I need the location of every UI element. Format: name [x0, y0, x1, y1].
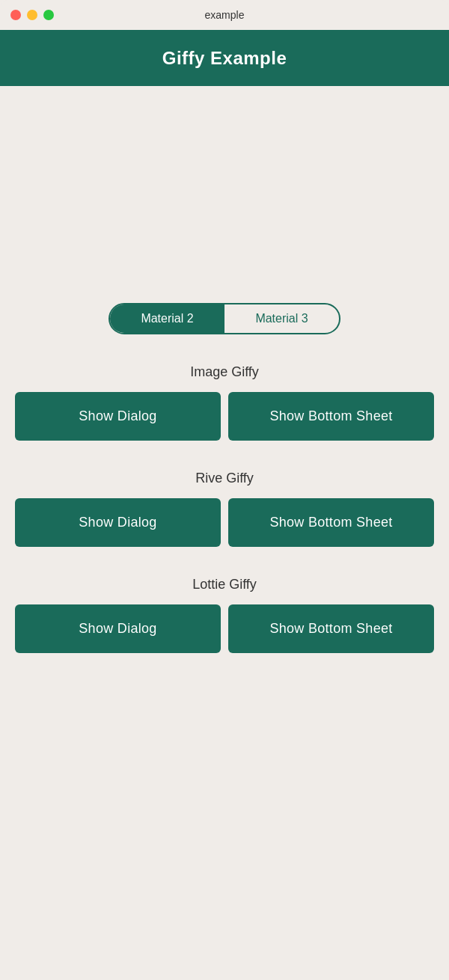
section-title-rive-giffy: Rive Giffy: [15, 471, 434, 486]
content-area: Material 2 Material 3 Image Giffy Show D…: [0, 86, 449, 653]
section-lottie-giffy: Lottie Giffy Show Dialog Show Bottom She…: [15, 577, 434, 653]
app-title: Giffy Example: [162, 48, 287, 69]
tab-material2[interactable]: Material 2: [110, 304, 224, 333]
app-header: Giffy Example: [0, 30, 449, 86]
tab-group: Material 2 Material 3: [109, 303, 340, 334]
section-rive-giffy: Rive Giffy Show Dialog Show Bottom Sheet: [15, 471, 434, 547]
show-bottom-sheet-button-lottie[interactable]: Show Bottom Sheet: [228, 604, 434, 653]
show-bottom-sheet-button-rive[interactable]: Show Bottom Sheet: [228, 498, 434, 547]
close-button[interactable]: [10, 10, 21, 20]
minimize-button[interactable]: [27, 10, 37, 20]
section-title-image-giffy: Image Giffy: [15, 364, 434, 380]
show-bottom-sheet-button-image[interactable]: Show Bottom Sheet: [228, 392, 434, 441]
button-row-rive-giffy: Show Dialog Show Bottom Sheet: [15, 498, 434, 547]
window-chrome: example: [0, 0, 449, 30]
traffic-lights: [10, 10, 54, 20]
section-title-lottie-giffy: Lottie Giffy: [15, 577, 434, 592]
show-dialog-button-rive[interactable]: Show Dialog: [15, 498, 221, 547]
maximize-button[interactable]: [43, 10, 54, 20]
show-dialog-button-lottie[interactable]: Show Dialog: [15, 604, 221, 653]
section-image-giffy: Image Giffy Show Dialog Show Bottom Shee…: [15, 364, 434, 441]
button-row-lottie-giffy: Show Dialog Show Bottom Sheet: [15, 604, 434, 653]
window-title: example: [205, 9, 245, 21]
button-row-image-giffy: Show Dialog Show Bottom Sheet: [15, 392, 434, 441]
show-dialog-button-image[interactable]: Show Dialog: [15, 392, 221, 441]
tab-material3[interactable]: Material 3: [224, 304, 339, 333]
